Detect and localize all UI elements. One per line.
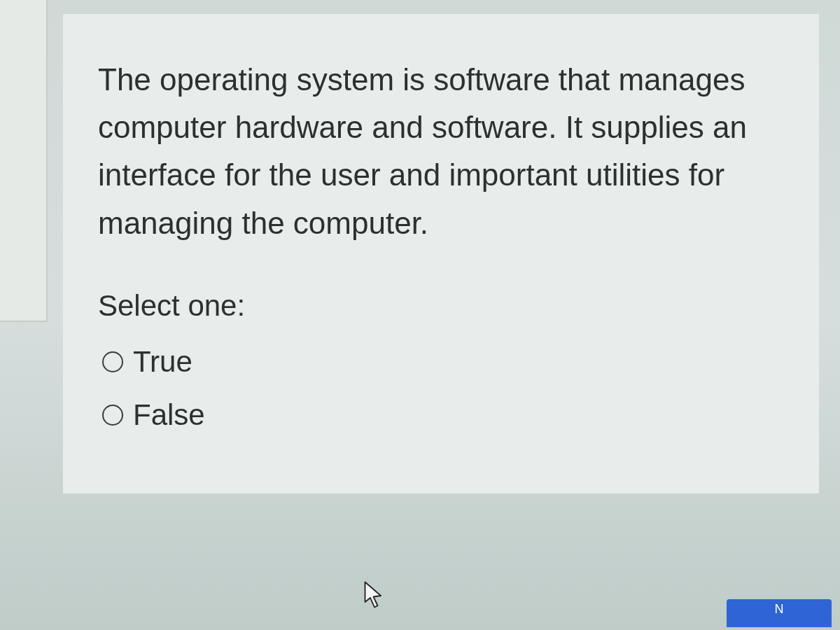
next-button[interactable]: N [727, 599, 832, 627]
cursor-icon [364, 581, 385, 610]
option-label: False [133, 398, 205, 432]
select-one-prompt: Select one: [98, 289, 784, 323]
next-button-label: N [775, 602, 784, 617]
option-true[interactable]: True [98, 345, 784, 379]
radio-icon[interactable] [102, 405, 123, 426]
option-false[interactable]: False [98, 398, 784, 432]
question-panel: The operating system is software that ma… [63, 14, 819, 493]
question-text: The operating system is software that ma… [98, 56, 784, 247]
option-label: True [133, 345, 192, 379]
radio-icon[interactable] [102, 351, 123, 372]
left-panel-sliver [0, 0, 48, 322]
